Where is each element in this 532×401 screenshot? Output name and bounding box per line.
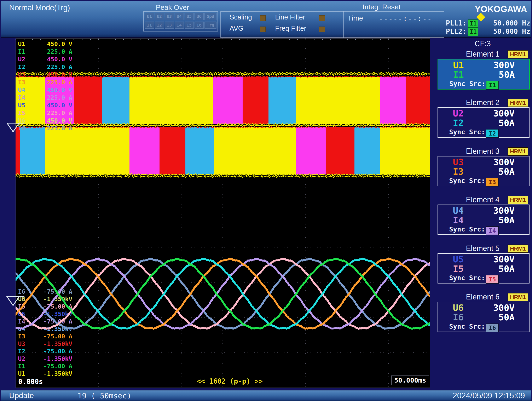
voltage-range-row: U3 (453, 157, 464, 167)
plot-svg (16, 38, 430, 387)
sync-source-row: Sync Src:I3 (449, 177, 499, 186)
line-filter-indicator (319, 15, 325, 21)
trace-position-marker[interactable] (5, 295, 25, 307)
sync-source-row: Sync Src:I6 (449, 322, 499, 332)
pll-source-badge: I1 (468, 28, 478, 36)
element-title: Element 4 (452, 195, 514, 204)
pp-readout: << 1602 (p-p) >> (197, 377, 263, 385)
peak-over-badge-i3: I3 (165, 22, 174, 29)
element-title: Element 6 (452, 293, 514, 301)
sync-source-badge: I6 (486, 324, 499, 332)
avg-label: AVG (229, 25, 243, 32)
current-range-row: I5 (453, 264, 464, 274)
filter-status-box: Scaling AVG Line Filter Freq Filter (220, 11, 344, 38)
sync-source-row: Sync Src:I2 (449, 128, 499, 138)
harmonics-badge: HRM1 (507, 245, 528, 253)
line-filter-label: Line Filter (275, 13, 305, 21)
voltage-range-value: 300V (469, 255, 515, 264)
scaling-indicator (260, 15, 266, 21)
element-title: Element 5 (452, 244, 514, 253)
update-label: Update (9, 391, 34, 400)
element-box[interactable]: U1300VI150ASync Src:I1 (437, 59, 530, 89)
update-count: 19 ( 50msec) (77, 391, 131, 400)
trace-position-marker[interactable] (5, 121, 25, 134)
integ-time-box: Time -----:--:-- (343, 11, 444, 38)
integ-status: Integ: Reset (362, 3, 400, 11)
harmonics-badge: HRM1 (507, 50, 528, 58)
freq-filter-indicator (319, 26, 325, 32)
harmonics-badge: HRM1 (507, 196, 528, 204)
current-range-row: I4 (453, 215, 464, 225)
element-box[interactable]: U6300VI650ASync Src:I6 (437, 302, 530, 332)
sync-source-badge: I2 (486, 129, 499, 138)
peak-over-label: Peak Over (156, 3, 189, 11)
pll-row: PLL2:I150.000 Hz (446, 27, 530, 36)
peak-over-indicator-box: U1U2U3U4U5U6Spd I1I2I3I4I5I6Trq (143, 11, 218, 32)
status-bar: Update 19 ( 50msec) 2024/05/09 12:15:09 (1, 390, 531, 401)
current-range-row: I1 (453, 70, 464, 79)
pll-label: PLL2: (446, 27, 466, 35)
avg-indicator (260, 26, 266, 32)
brand: YOKOGAWA (475, 4, 531, 21)
voltage-range-row: U6 (453, 303, 464, 312)
mode-label: Normal Mode(Trg) (9, 3, 70, 12)
voltage-range-value: 300V (469, 206, 515, 215)
scaling-label: Scaling (229, 13, 252, 21)
peak-over-badge-u6: U6 (195, 13, 204, 20)
freq-filter-label: Freq Filter (275, 25, 306, 32)
voltage-range-value: 300V (469, 303, 515, 312)
current-range-value: 50A (469, 167, 515, 176)
pll-frequency: 50.000 Hz (478, 27, 530, 35)
pll-frequency: 50.000 Hz (478, 19, 530, 27)
peak-over-badge-i4: I4 (175, 22, 184, 29)
current-range-row: I3 (453, 167, 464, 176)
voltage-range-row: U2 (453, 108, 464, 118)
element-box[interactable]: U2300VI250ASync Src:I2 (437, 107, 530, 138)
peak-over-badge-u5: U5 (184, 13, 194, 20)
peak-over-badge-u4: U4 (175, 13, 184, 20)
element-title: Element 1 (452, 50, 514, 58)
sync-source-badge: I1 (486, 81, 499, 89)
element-box[interactable]: U3300VI350ASync Src:I3 (437, 156, 530, 186)
header-bar: Normal Mode(Trg) Peak Over U1U2U3U4U5U6S… (1, 1, 531, 38)
peak-over-badge-i6: I6 (195, 22, 204, 29)
pll-source-badge: I1 (468, 19, 478, 28)
integ-time-label: Time (348, 14, 363, 22)
datetime: 2024/05/09 12:15:09 (453, 391, 525, 400)
sync-source-row: Sync Src:I4 (449, 225, 499, 235)
peak-over-badge-spd: Spd (204, 13, 216, 20)
integ-time-value: -----:--:-- (379, 14, 432, 23)
peak-over-row-voltage: U1U2U3U4U5U6Spd (145, 13, 217, 20)
current-range-value: 50A (469, 70, 515, 79)
analyzer-screen: Normal Mode(Trg) Peak Over U1U2U3U4U5U6S… (0, 0, 532, 401)
sync-source-badge: I5 (486, 275, 499, 284)
peak-over-badge-i2: I2 (155, 22, 164, 29)
harmonics-badge: HRM1 (507, 99, 528, 107)
current-range-value: 50A (469, 118, 515, 128)
voltage-range-row: U1 (453, 60, 464, 70)
peak-over-badge-i5: I5 (184, 22, 194, 29)
element-box[interactable]: U5300VI550ASync Src:I5 (437, 253, 530, 284)
element-title: Element 2 (452, 98, 514, 107)
peak-over-row-current: I1I2I3I4I5I6Trq (145, 22, 217, 29)
crest-factor-label: CF:3 (452, 39, 514, 48)
current-range-row: I2 (453, 118, 464, 128)
time-start-label: 0.000s (18, 378, 43, 386)
sync-source-badge: I3 (486, 178, 499, 186)
peak-over-badge-trq: Trq (204, 22, 216, 29)
element-title: Element 3 (452, 147, 514, 156)
sync-source-row: Sync Src:I1 (449, 80, 499, 89)
peak-over-badge-u2: U2 (155, 13, 164, 20)
sync-source-badge: I4 (486, 226, 499, 235)
sync-source-row: Sync Src:I5 (449, 274, 499, 284)
voltage-range-row: U5 (453, 255, 464, 264)
harmonics-badge: HRM1 (507, 147, 528, 156)
harmonics-badge: HRM1 (507, 293, 528, 301)
peak-over-badge-i1: I1 (145, 22, 154, 29)
peak-over-badge-u1: U1 (145, 13, 154, 20)
voltage-range-row: U4 (453, 206, 464, 215)
pll-row: PLL1:I150.000 Hz (446, 19, 530, 28)
element-box[interactable]: U4300VI450ASync Src:I4 (437, 204, 530, 235)
time-span-label: 50.000ms (391, 376, 429, 385)
pll-label: PLL1: (446, 19, 466, 27)
